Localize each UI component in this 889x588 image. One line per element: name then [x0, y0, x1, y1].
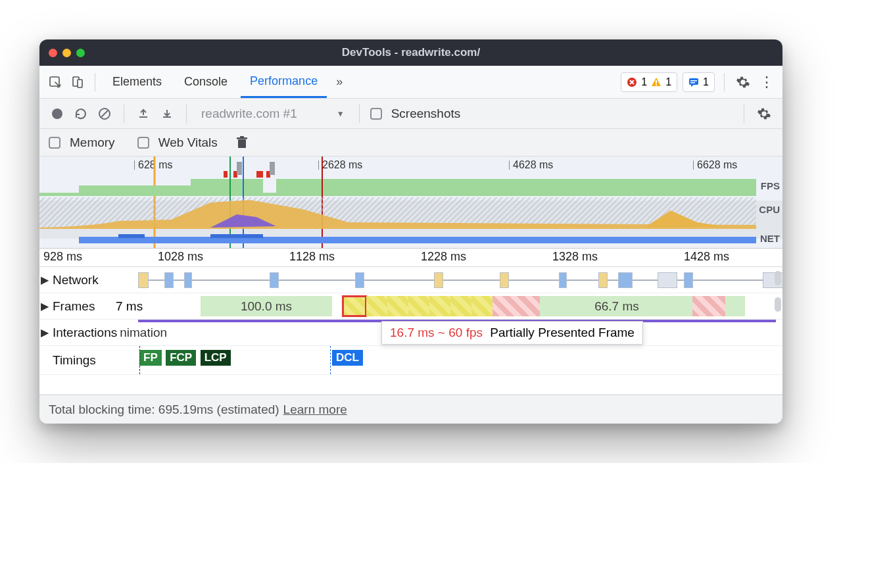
overview-timeline[interactable]: 628 ms 2628 ms 4628 ms 6628 ms FPS CPU N…: [39, 157, 782, 249]
memory-checkbox[interactable]: [49, 137, 60, 149]
animation-label-fragment: nimation: [120, 326, 167, 340]
frame-tooltip: 16.7 ms ~ 60 fps Partially Presented Fra…: [381, 321, 643, 345]
time-ruler[interactable]: 928 ms 1028 ms 1128 ms 1228 ms 1328 ms 1…: [39, 249, 782, 267]
ruler-tick: 928 ms: [43, 250, 82, 264]
tooltip-text: Partially Presented Frame: [490, 326, 635, 339]
svg-rect-4: [656, 80, 657, 84]
frame-block[interactable]: 66.7 ms: [561, 296, 673, 316]
trash-icon[interactable]: [233, 134, 251, 151]
learn-more-link[interactable]: Learn more: [283, 403, 347, 417]
track-interactions[interactable]: ▶ Interactions nimation 16.7 ms ~ 60 fps…: [39, 320, 782, 346]
timing-fcp[interactable]: FCP: [166, 350, 196, 366]
reload-button[interactable]: [72, 105, 89, 122]
webvitals-checkbox[interactable]: [137, 137, 149, 149]
frame-block[interactable]: [450, 296, 471, 316]
svg-rect-21: [237, 162, 242, 175]
ruler-tick: 1128 ms: [289, 250, 335, 264]
tbt-value: Total blocking time: 695.19ms (estimated…: [49, 403, 279, 417]
frame-block[interactable]: [429, 296, 450, 316]
ruler-tick: 1428 ms: [684, 250, 729, 264]
svg-rect-2: [78, 80, 82, 87]
frame-block[interactable]: [540, 296, 561, 316]
ruler-tick: 1028 ms: [158, 250, 203, 264]
issue-counts[interactable]: 1 1: [621, 72, 677, 92]
tab-performance[interactable]: Performance: [241, 66, 327, 98]
svg-rect-6: [689, 78, 698, 85]
minimize-icon[interactable]: [62, 49, 71, 57]
frames-lane: 100.0 ms 66.7 ms: [201, 296, 776, 316]
capture-settings-icon[interactable]: [755, 105, 773, 123]
svg-rect-5: [656, 84, 657, 86]
window-controls: [49, 49, 85, 57]
svg-rect-17: [224, 171, 228, 178]
svg-rect-15: [240, 136, 244, 137]
tooltip-highlight: 16.7 ms ~ 60 fps: [390, 326, 483, 339]
svg-rect-22: [270, 162, 275, 175]
devtools-window: DevTools - readwrite.com/ Elements Conso…: [39, 39, 782, 424]
disclosure-icon[interactable]: ▶: [39, 274, 50, 286]
svg-rect-14: [237, 137, 247, 139]
frame-block[interactable]: [692, 296, 725, 316]
svg-rect-30: [210, 234, 263, 238]
leading-frame-label: 7 ms: [116, 299, 143, 314]
svg-rect-12: [163, 116, 171, 118]
svg-rect-11: [139, 116, 147, 118]
kebab-icon[interactable]: ⋮: [757, 73, 776, 91]
perf-toolbar-2: Memory Web Vitals: [39, 129, 782, 157]
frame-block[interactable]: [471, 296, 493, 316]
frame-block[interactable]: [493, 296, 540, 316]
error-count: 1: [641, 76, 647, 88]
frame-block[interactable]: [673, 296, 692, 316]
perf-toolbar: readwrite.com #1 ▼ Screenshots: [39, 99, 782, 129]
svg-rect-13: [238, 139, 246, 148]
more-tabs-icon[interactable]: »: [331, 75, 348, 89]
screenshots-label: Screenshots: [391, 107, 461, 121]
screenshots-checkbox[interactable]: [370, 108, 382, 120]
scroll-nub[interactable]: [775, 271, 781, 285]
frame-block[interactable]: [387, 296, 408, 316]
frame-block-selected[interactable]: [343, 296, 366, 316]
svg-rect-19: [256, 171, 263, 178]
svg-point-9: [52, 109, 62, 119]
webvitals-label: Web Vitals: [158, 135, 218, 150]
timing-dcl[interactable]: DCL: [332, 350, 363, 366]
timing-lcp[interactable]: LCP: [201, 350, 231, 366]
tab-console[interactable]: Console: [175, 66, 237, 98]
svg-rect-7: [690, 80, 697, 82]
inspect-icon[interactable]: [46, 73, 64, 91]
svg-rect-29: [118, 234, 145, 238]
track-frames[interactable]: ▶ Frames 7 ms 100.0 ms 66.7 ms: [39, 293, 782, 320]
frame-block[interactable]: 100.0 ms: [201, 296, 332, 316]
timing-fp[interactable]: FP: [139, 350, 162, 366]
status-footer: Total blocking time: 695.19ms (estimated…: [39, 395, 782, 424]
memory-label: Memory: [70, 135, 115, 150]
track-timings[interactable]: ▶ Timings FP FCP LCP DCL: [39, 346, 782, 375]
ruler-tick: 1328 ms: [552, 250, 598, 264]
track-network[interactable]: ▶ Network: [39, 267, 782, 293]
record-button[interactable]: [49, 105, 66, 122]
scroll-nub[interactable]: [775, 297, 781, 312]
frame-block[interactable]: [366, 296, 387, 316]
load-profile-button[interactable]: [135, 105, 152, 122]
clear-button[interactable]: [96, 105, 113, 122]
disclosure-icon[interactable]: ▶: [39, 326, 50, 339]
tab-elements[interactable]: Elements: [103, 66, 171, 98]
titlebar: DevTools - readwrite.com/: [39, 39, 782, 66]
zoom-icon[interactable]: [76, 49, 85, 57]
warning-count: 1: [665, 76, 671, 88]
settings-icon[interactable]: [734, 73, 752, 91]
target-select[interactable]: readwrite.com #1 ▼: [197, 107, 348, 121]
chevron-down-icon: ▼: [337, 109, 345, 118]
save-profile-button[interactable]: [158, 105, 176, 122]
frame-block[interactable]: [725, 296, 745, 316]
frame-block[interactable]: [408, 296, 429, 316]
window-title: DevTools - readwrite.com/: [342, 46, 480, 59]
svg-rect-8: [690, 82, 695, 84]
svg-rect-28: [79, 237, 756, 243]
disclosure-icon[interactable]: ▶: [39, 300, 50, 312]
ruler-tick: 1228 ms: [421, 250, 466, 264]
close-icon[interactable]: [49, 49, 57, 57]
device-toggle-icon[interactable]: [68, 73, 87, 91]
message-count[interactable]: 1: [683, 72, 715, 92]
network-lane: [138, 271, 776, 289]
